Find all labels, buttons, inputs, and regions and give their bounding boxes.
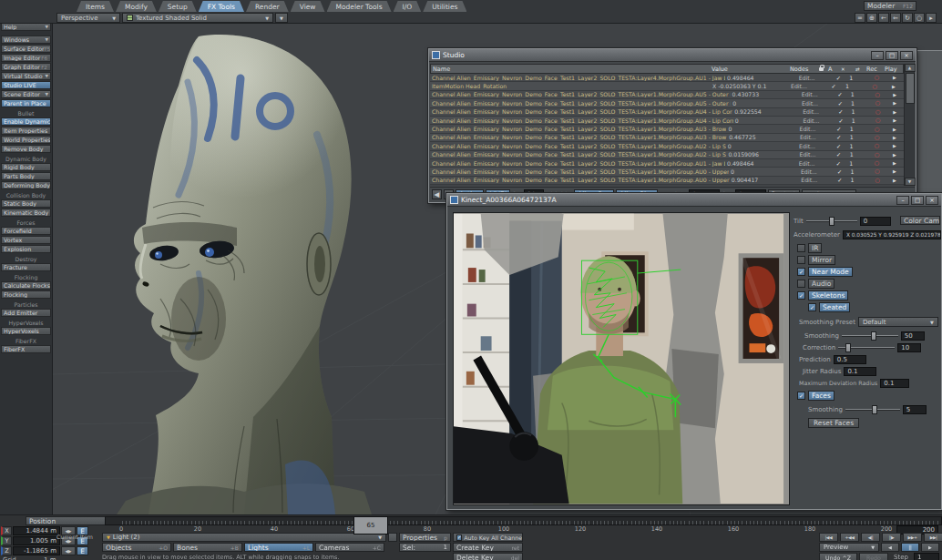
channel-row[interactable]: Channel Alien_Emissary_Nevron_Demo_Face_…	[430, 108, 904, 117]
shading-mode-dropdown[interactable]: Textured Shaded Solid▼	[122, 13, 273, 23]
channel-multiplier[interactable]: 1	[840, 83, 855, 89]
main-tab[interactable]: Utilities	[423, 1, 466, 12]
channel-value[interactable]: 0	[733, 117, 802, 124]
channel-value[interactable]: 0	[726, 126, 797, 132]
view-mode-dropdown[interactable]: Perspective▼	[56, 13, 120, 23]
channel-multiplier[interactable]: 1	[846, 108, 859, 115]
play-toggle[interactable]: ▶	[886, 127, 904, 132]
timeline-ruler[interactable]	[105, 516, 942, 525]
checkbox[interactable]: ✓	[797, 291, 805, 300]
faces-toggle-label[interactable]: Faces	[808, 391, 834, 401]
channel-active-check[interactable]: ✓	[833, 160, 845, 167]
record-toggle[interactable]: ○	[868, 159, 886, 167]
transport-button[interactable]: ||▶	[882, 533, 901, 542]
y-position-field[interactable]: 1.005 m	[13, 536, 60, 545]
sidebar-item[interactable]: HyperVoxels	[1, 327, 51, 335]
channel-nodes-edit[interactable]: Edit...	[798, 134, 824, 140]
toggle-label[interactable]: Seated	[819, 302, 850, 312]
viewport-tool-icon[interactable]: ▸	[926, 13, 937, 23]
sidebar-item[interactable]: Graph Editor F2	[1, 63, 51, 71]
sidebar-item[interactable]: Item Properties	[1, 127, 51, 135]
prev-button[interactable]: ◀	[432, 189, 442, 199]
channel-nodes-edit[interactable]: Edit...	[797, 143, 824, 149]
channel-row[interactable]: Channel Alien_Emissary_Nevron_Demo_Face_…	[430, 168, 904, 176]
channel-row[interactable]: ItemMotion Head_Rotation X -0.0250363 Y …	[430, 82, 904, 90]
sidebar-item[interactable]: Remove Body	[1, 145, 51, 153]
channel-value[interactable]: 0.430733	[731, 91, 800, 97]
tilt-field[interactable]: 0	[860, 217, 891, 226]
record-toggle[interactable]: ○	[868, 134, 885, 141]
z-envelope-button[interactable]: E	[77, 546, 88, 555]
sidebar-item[interactable]: Static Body	[1, 199, 51, 208]
channel-value[interactable]: 0	[729, 168, 799, 175]
play-toggle[interactable]: ▶	[886, 100, 904, 106]
maximize-button[interactable]: □	[911, 196, 924, 205]
smoothing-preset-dropdown[interactable]: Default▼	[858, 317, 938, 327]
channel-row[interactable]: Channel Alien_Emissary_Nevron_Demo_Face_…	[430, 142, 904, 150]
minimize-button[interactable]: –	[871, 51, 884, 60]
transport-button[interactable]: ◀||	[861, 533, 880, 542]
record-toggle[interactable]: ○	[868, 142, 886, 149]
play-toggle[interactable]: ▶	[886, 168, 904, 174]
sidebar-item[interactable]: Explosion	[1, 245, 51, 253]
help-menu[interactable]: Help▼	[1, 23, 51, 31]
transport-button[interactable]: ▶▶+	[903, 533, 922, 542]
sidebar-item[interactable]: Kinematic Body	[1, 209, 51, 217]
channel-multiplier[interactable]: 1	[846, 117, 859, 124]
main-tab[interactable]: Items	[77, 1, 114, 12]
scroll-up-icon[interactable]: ▲	[905, 64, 916, 72]
sidebar-item[interactable]: FiberFX	[1, 345, 51, 353]
sidebar-item[interactable]: Enable Dynamics	[1, 117, 51, 126]
record-toggle[interactable]: ○	[869, 177, 886, 184]
transport-button[interactable]: |◀◀	[819, 533, 838, 542]
shading-extra-dropdown[interactable]: ▼	[275, 13, 288, 23]
correction-slider[interactable]	[838, 347, 895, 349]
channel-value[interactable]: X -0.0250363 Y 0.1	[711, 83, 789, 89]
auto-key-toggle[interactable]: ✓ Auto Key All Channels ▼	[453, 533, 523, 542]
main-tab[interactable]: Setup	[159, 1, 197, 12]
sidebar-item[interactable]: Rigid Body	[1, 163, 51, 171]
channel-multiplier[interactable]: 1	[845, 126, 858, 132]
record-toggle[interactable]: ○	[870, 108, 886, 116]
properties-button[interactable]: Propertiesp	[399, 533, 451, 542]
x-position-field[interactable]: 1.4844 m	[13, 526, 60, 535]
z-spinner[interactable]: ◀▶	[61, 546, 76, 555]
undo-button[interactable]: Undo ^Z	[819, 553, 857, 560]
prediction-field[interactable]: 0.5	[834, 355, 866, 364]
channel-multiplier[interactable]: 1	[845, 160, 858, 167]
play-toggle[interactable]: ▶	[886, 109, 904, 115]
play-toggle[interactable]: ▶	[886, 152, 904, 158]
toggle-label[interactable]: Skeletons	[808, 290, 848, 300]
channel-value[interactable]: 0.0159096	[726, 151, 797, 158]
checkbox[interactable]: ✓	[808, 303, 816, 311]
sidebar-item[interactable]: Parts Body	[1, 172, 51, 180]
channel-nodes-edit[interactable]: Edit...	[797, 151, 824, 158]
play-toggle[interactable]: ▶	[886, 117, 904, 123]
timeline-scrubber[interactable]: 65	[353, 516, 388, 535]
record-toggle[interactable]: ○	[868, 151, 885, 158]
sidebar-item[interactable]: Image Editor F6	[1, 54, 51, 62]
channel-active-check[interactable]: ✓	[834, 91, 846, 97]
checkbox[interactable]: ✓	[797, 268, 805, 276]
channel-multiplier[interactable]: 1	[845, 177, 859, 183]
sidebar-item[interactable]: Virtual Studio ▼	[1, 72, 51, 80]
main-tab[interactable]: Modeler Tools	[327, 1, 392, 12]
record-toggle[interactable]: ○	[868, 74, 886, 81]
record-toggle[interactable]: ○	[870, 117, 886, 124]
channel-row[interactable]: Channel Alien_Emissary_Nevron_Demo_Face_…	[430, 125, 904, 133]
item-type-button[interactable]: Objects+O	[102, 543, 171, 552]
sidebar-item[interactable]: Add Emitter	[1, 309, 51, 317]
channel-row[interactable]: Channel Alien_Emissary_Nevron_Demo_Face_…	[430, 151, 904, 159]
record-toggle[interactable]: ○	[869, 99, 886, 107]
checkbox[interactable]	[797, 280, 805, 288]
sidebar-item[interactable]: Parent in Place	[1, 99, 51, 107]
minimize-button[interactable]: –	[896, 196, 909, 205]
create-key-button[interactable]: Create Keyret	[453, 543, 523, 552]
channel-active-check[interactable]: ✓	[833, 134, 845, 140]
current-item-dropdown[interactable]: ▼ Light (2) ▼	[102, 533, 386, 542]
channel-multiplier[interactable]: 1	[845, 143, 858, 149]
channel-nodes-edit[interactable]: Edit...	[797, 75, 824, 81]
play-toggle[interactable]: ▶	[886, 160, 904, 166]
sidebar-item[interactable]: Scene Editor ▼	[1, 90, 51, 98]
item-list-button[interactable]	[388, 533, 397, 542]
